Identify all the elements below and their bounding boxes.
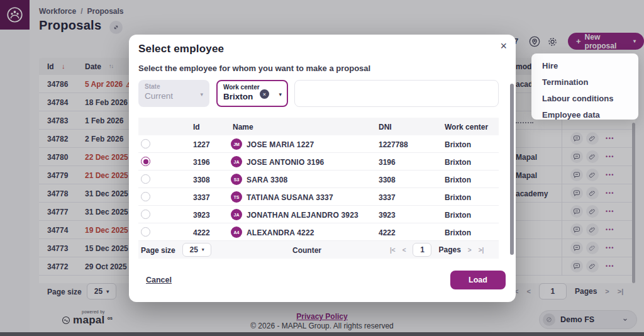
employee-table-body: 1227 JM JOSE MARIA 1227 1227788 Brixton …: [138, 135, 499, 241]
app-window: PA Workforce/Proposals Proposal: [0, 0, 644, 336]
avatar: JM: [231, 138, 242, 150]
avatar: A4: [231, 227, 242, 238]
employee-row[interactable]: 3308 S3 SARA 3308 3308 Brixton: [138, 171, 499, 188]
cancel-button[interactable]: Cancel: [146, 276, 172, 284]
employee-row[interactable]: 4222 A4 ALEXANDRA 4222 4222 Brixton: [138, 223, 499, 241]
load-button[interactable]: Load: [450, 271, 506, 289]
current-page-input[interactable]: 1: [413, 243, 431, 257]
caret-down-icon: ▾: [202, 247, 204, 252]
menu-item-labour-conditions[interactable]: Labour conditions: [531, 91, 638, 107]
first-page-button[interactable]: |<: [390, 247, 396, 254]
pages-label: Pages: [438, 245, 460, 254]
modal-page-size-select[interactable]: 25 ▾: [182, 243, 211, 257]
menu-item-employee-data[interactable]: Employee data: [531, 107, 638, 123]
employee-row[interactable]: 3196 JA JOSE ANTONIO 3196 3196 Brixton: [138, 153, 499, 171]
menu-item-hire[interactable]: Hire: [531, 58, 638, 74]
modal-subtitle: Select the employee for whom you want to…: [138, 64, 370, 73]
employee-row[interactable]: 3337 TS TATIANA SUSANA 3337 3337 Brixton: [138, 188, 499, 206]
modal-pagination: Page size 25 ▾ Counter |< < 1 Pages > >|: [138, 241, 499, 259]
close-icon[interactable]: ×: [500, 40, 507, 52]
avatar: TS: [231, 191, 242, 203]
work-center-select[interactable]: Work center Brixton × ▾: [216, 80, 288, 107]
avatar: S3: [231, 174, 242, 185]
caret-down-icon[interactable]: ▾: [279, 91, 282, 98]
avatar: JA: [231, 209, 242, 220]
counter-label: Counter: [292, 246, 321, 255]
modal-title: Select employee: [138, 43, 224, 55]
radio-button[interactable]: [141, 139, 150, 148]
select-employee-modal: Select employee × Select the employee fo…: [129, 35, 516, 302]
avatar: JA: [231, 156, 242, 167]
employee-table-header: Id Name DNI Work center: [138, 118, 499, 135]
modal-scrollbar[interactable]: [510, 84, 514, 255]
radio-button[interactable]: [141, 227, 150, 237]
radio-button[interactable]: [141, 174, 150, 184]
radio-button[interactable]: [141, 192, 150, 201]
caret-down-icon: ▾: [200, 91, 203, 98]
last-page-button[interactable]: >|: [479, 247, 484, 254]
new-proposal-menu: Hire Termination Labour conditions Emplo…: [531, 53, 638, 120]
prev-page-button[interactable]: <: [402, 247, 406, 254]
employee-row[interactable]: 3923 JA JONATHAN ALEJANDRO 3923 3923 Bri…: [138, 206, 499, 223]
next-page-button[interactable]: >: [468, 247, 472, 254]
menu-item-termination[interactable]: Termination: [531, 74, 638, 91]
clear-icon[interactable]: ×: [260, 89, 269, 99]
state-select: State Current ▾: [138, 80, 209, 107]
radio-button[interactable]: [141, 210, 150, 219]
employee-row[interactable]: 1227 JM JOSE MARIA 1227 1227788 Brixton: [138, 135, 499, 153]
radio-button-selected[interactable]: [141, 157, 150, 166]
employee-search-input[interactable]: [294, 80, 499, 107]
